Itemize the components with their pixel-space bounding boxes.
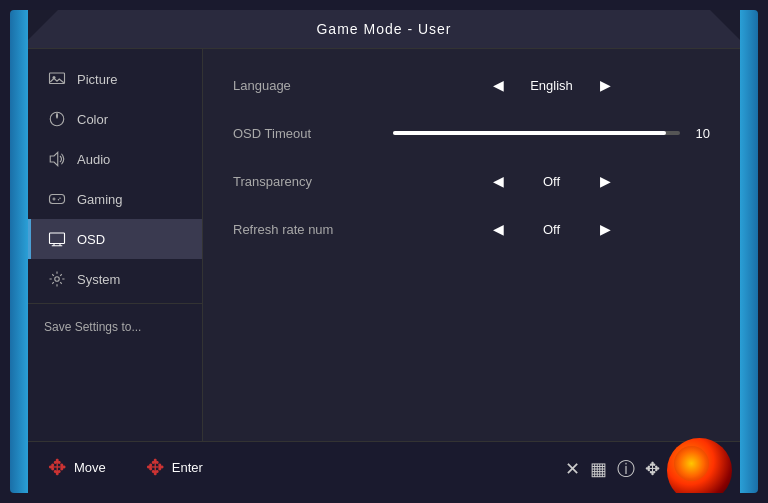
dpad-enter-icon: ✥	[146, 455, 164, 481]
svg-rect-4	[50, 195, 65, 204]
transparency-label: Transparency	[233, 174, 393, 189]
refresh-rate-num-arrow-left[interactable]: ◀	[487, 219, 510, 239]
audio-icon	[47, 149, 67, 169]
sidebar-item-color-label: Color	[77, 112, 108, 127]
osd-timeout-slider-track[interactable]	[393, 131, 680, 135]
refresh-rate-num-control: ◀ Off ▶	[393, 219, 710, 239]
blue-left-panel	[10, 10, 28, 493]
transparency-arrow-left[interactable]: ◀	[487, 171, 510, 191]
osd-timeout-slider-container: 10	[393, 126, 710, 141]
sidebar-item-gaming-label: Gaming	[77, 192, 123, 207]
sidebar-item-gaming[interactable]: Gaming	[28, 179, 202, 219]
title-bar: Game Mode - User	[28, 10, 740, 49]
osd-container: Game Mode - User Picture Color	[28, 10, 740, 493]
content-area: Picture Color Audio	[28, 49, 740, 441]
sidebar: Picture Color Audio	[28, 49, 203, 441]
osd-timeout-slider-fill	[393, 131, 666, 135]
sidebar-item-picture-label: Picture	[77, 72, 117, 87]
system-icon	[47, 269, 67, 289]
language-value: English	[522, 78, 582, 93]
enter-label: Enter	[172, 460, 203, 475]
picture-icon	[47, 69, 67, 89]
refresh-rate-num-value: Off	[522, 222, 582, 237]
sidebar-item-picture[interactable]: Picture	[28, 59, 202, 99]
move-action: ✥ Move	[48, 455, 106, 481]
blue-right-panel	[740, 10, 758, 493]
refresh-rate-num-arrow-right[interactable]: ▶	[594, 219, 617, 239]
gaming-icon	[47, 189, 67, 209]
sidebar-item-osd[interactable]: OSD	[28, 219, 202, 259]
svg-point-8	[58, 199, 60, 201]
refresh-rate-num-row: Refresh rate num ◀ Off ▶	[233, 213, 710, 245]
svg-marker-3	[50, 152, 58, 166]
osd-icon	[47, 229, 67, 249]
monitor-screen: Game Mode - User Picture Color	[10, 10, 758, 493]
osd-timeout-row: OSD Timeout 10	[233, 117, 710, 149]
page-title: Game Mode - User	[316, 21, 451, 37]
transparency-arrow-right[interactable]: ▶	[594, 171, 617, 191]
move-crosshair-icon[interactable]: ✥	[645, 458, 660, 480]
osd-timeout-value: 10	[690, 126, 710, 141]
sidebar-divider	[28, 303, 202, 304]
sidebar-item-osd-label: OSD	[77, 232, 105, 247]
settings-panel: Language ◀ English ▶ OSD Timeout 10	[203, 49, 740, 441]
osd-timeout-label: OSD Timeout	[233, 126, 393, 141]
svg-point-13	[55, 277, 60, 282]
transparency-value: Off	[522, 174, 582, 189]
sidebar-item-color[interactable]: Color	[28, 99, 202, 139]
close-icon[interactable]: ✕	[565, 458, 580, 480]
language-row: Language ◀ English ▶	[233, 69, 710, 101]
grid-icon[interactable]: ▦	[590, 458, 607, 480]
refresh-rate-num-label: Refresh rate num	[233, 222, 393, 237]
color-icon	[47, 109, 67, 129]
transparency-control: ◀ Off ▶	[393, 171, 710, 191]
language-arrow-left[interactable]: ◀	[487, 75, 510, 95]
save-settings-button[interactable]: Save Settings to...	[28, 308, 202, 346]
brand-logo	[667, 438, 732, 493]
info-icon[interactable]: ⓘ	[617, 457, 635, 481]
language-arrow-right[interactable]: ▶	[594, 75, 617, 95]
sidebar-item-system-label: System	[77, 272, 120, 287]
transparency-row: Transparency ◀ Off ▶	[233, 165, 710, 197]
dpad-move-icon: ✥	[48, 455, 66, 481]
move-label: Move	[74, 460, 106, 475]
language-label: Language	[233, 78, 393, 93]
sidebar-item-system[interactable]: System	[28, 259, 202, 299]
bottom-bar: ✥ Move ✥ Enter ✕ ▦ ⓘ ✥	[28, 441, 740, 493]
sidebar-item-audio-label: Audio	[77, 152, 110, 167]
bottom-icons: ✕ ▦ ⓘ ✥	[565, 457, 660, 481]
svg-point-7	[59, 198, 61, 200]
svg-rect-9	[50, 233, 65, 244]
language-control: ◀ English ▶	[393, 75, 710, 95]
enter-action: ✥ Enter	[146, 455, 203, 481]
sidebar-item-audio[interactable]: Audio	[28, 139, 202, 179]
